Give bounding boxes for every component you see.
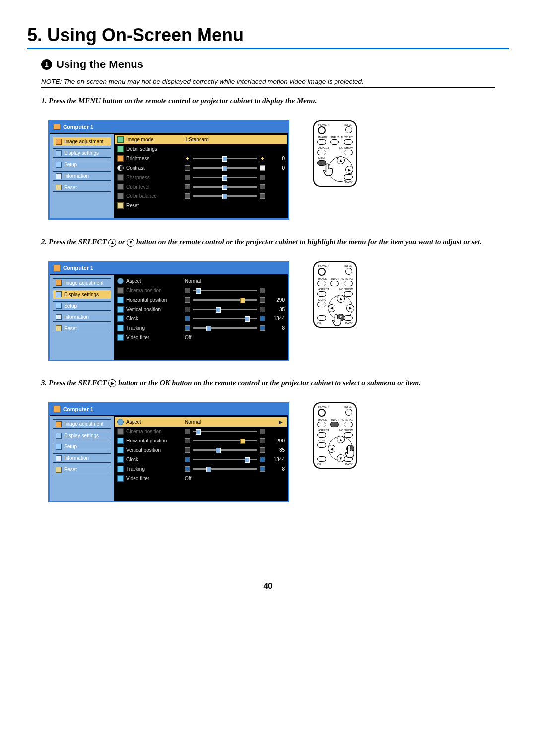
remote-up-button[interactable]: ▲ (337, 295, 345, 303)
remote-aspect-button[interactable] (317, 432, 326, 438)
remote-aspect-button[interactable] (317, 291, 326, 297)
row-vertical-position[interactable]: Vertical position 35 (115, 445, 287, 455)
sidebar-item-display-settings[interactable]: Display settings (53, 431, 111, 440)
remote-left-button[interactable]: ◀ (328, 445, 335, 453)
row-detail-settings[interactable]: Detail settings (115, 144, 287, 154)
remote-back-button[interactable] (344, 315, 353, 321)
vertical-slider[interactable] (193, 307, 257, 311)
row-clock[interactable]: Clock 1344 (115, 455, 287, 464)
remote-noshow-button[interactable] (344, 291, 353, 297)
row-image-mode[interactable]: Image mode 1:Standard (115, 135, 287, 144)
right-arrow-icon: ▶ (108, 379, 116, 387)
sidebar-item-information[interactable]: Information (53, 453, 111, 463)
remote-image-label: IMAGE (318, 277, 327, 280)
row-clock[interactable]: Clock 1344 (115, 314, 287, 323)
sidebar-item-image-adjustment[interactable]: Image adjustment (53, 137, 111, 146)
osd-main: Aspect Normal ▶ Cinema position Horizont… (114, 416, 288, 501)
remote-menu-button[interactable] (317, 302, 326, 307)
reset-icon (56, 185, 62, 190)
remote-input-button[interactable] (330, 139, 339, 145)
remote-autopc-button[interactable] (344, 139, 353, 145)
reset-row-icon (117, 202, 124, 209)
sharpness-slider (193, 176, 257, 180)
remote-input-button[interactable] (330, 422, 339, 427)
remote-menu-label: MENU (318, 298, 326, 301)
sidebar-label: Reset (64, 326, 77, 331)
sidebar-item-image-adjustment[interactable]: Image adjustment (53, 278, 111, 288)
sidebar-item-setup[interactable]: Setup (53, 442, 111, 451)
remote-image-button[interactable] (317, 422, 326, 427)
row-horizontal-position[interactable]: Horizontal position 290 (115, 436, 287, 445)
sharpness-low-icon (185, 175, 190, 180)
remote-up-button[interactable]: ▲ (337, 156, 345, 164)
remote-power-button[interactable] (318, 268, 326, 276)
row-horizontal-position[interactable]: Horizontal position 290 (115, 295, 287, 305)
remote-right-button[interactable]: ▶ (346, 304, 354, 312)
sidebar-label: Display settings (64, 292, 99, 297)
row-aspect[interactable]: Aspect Normal (115, 276, 287, 286)
row-video-filter[interactable]: Video filter Off (115, 333, 287, 342)
brightness-slider[interactable] (193, 157, 257, 161)
sidebar-item-information[interactable]: Information (53, 313, 111, 322)
submenu-arrow-icon: ▶ (279, 419, 285, 425)
row-vertical-position[interactable]: Vertical position 35 (115, 305, 287, 314)
remote-input-button[interactable] (330, 281, 339, 286)
clock-icon (117, 456, 124, 463)
sidebar-item-image-adjustment[interactable]: Image adjustment (53, 419, 111, 429)
contrast-slider[interactable] (193, 166, 257, 170)
sidebar-item-setup[interactable]: Setup (53, 301, 111, 311)
hand-pointer-icon (345, 445, 356, 460)
remote-autopc-button[interactable] (344, 281, 353, 286)
sidebar-item-reset[interactable]: Reset (53, 324, 111, 333)
osd-header-label: Computer 1 (63, 406, 93, 412)
remote-menu-button[interactable] (317, 442, 326, 448)
horizontal-slider[interactable] (193, 298, 257, 302)
remote-back-button[interactable] (344, 174, 353, 180)
remote-info-button[interactable] (345, 268, 352, 275)
sidebar-item-display-settings[interactable]: Display settings (53, 290, 111, 299)
remote-power-button[interactable] (318, 126, 326, 134)
row-aspect[interactable]: Aspect Normal ▶ (115, 417, 287, 427)
remote-ok-button[interactable] (317, 456, 326, 462)
tracking-slider[interactable] (193, 467, 257, 471)
remote-noshow-label: NO SHOW (339, 146, 353, 149)
sidebar-item-setup[interactable]: Setup (53, 160, 111, 169)
remote-image-button[interactable] (317, 281, 326, 286)
remote-up-button[interactable]: ▲ (337, 436, 345, 443)
sidebar-item-display-settings[interactable]: Display settings (53, 148, 111, 158)
information-icon (56, 314, 62, 320)
tracking-slider[interactable] (193, 326, 257, 330)
osd-header: Computer 1 (50, 404, 288, 416)
clock-slider[interactable] (193, 458, 257, 462)
row-reset[interactable]: Reset (115, 201, 287, 210)
sidebar-item-reset[interactable]: Reset (53, 465, 111, 474)
remote-image-button[interactable] (317, 139, 326, 145)
remote-info-button[interactable] (345, 409, 352, 416)
row-contrast[interactable]: Contrast 0 (115, 163, 287, 173)
remote-left-button[interactable]: ◀ (328, 304, 335, 312)
aspect-icon (117, 278, 124, 284)
clock-slider[interactable] (193, 316, 257, 320)
contrast-low-icon (185, 165, 190, 171)
remote-aspect-button[interactable] (317, 150, 326, 155)
sidebar-item-information[interactable]: Information (53, 171, 111, 181)
remote-power-button[interactable] (318, 409, 326, 417)
row-tracking[interactable]: Tracking 8 (115, 464, 287, 474)
row-brightness[interactable]: Brightness 0 (115, 154, 287, 163)
row-cinema-position: Cinema position (115, 286, 287, 295)
figure-2: Computer 1 Image adjustment Display sett… (48, 261, 509, 361)
remote-ok-button[interactable] (317, 315, 326, 321)
sidebar-item-reset[interactable]: Reset (53, 183, 111, 192)
remote-ok-label: OK (317, 463, 321, 466)
remote-info-button[interactable] (345, 126, 352, 133)
row-tracking[interactable]: Tracking 8 (115, 323, 287, 333)
row-video-filter[interactable]: Video filter Off (115, 474, 287, 483)
vertical-slider[interactable] (193, 448, 257, 452)
remote-right-button[interactable]: ▶ (345, 166, 353, 174)
remote-noshow-button[interactable] (344, 150, 353, 155)
cinema-position-icon (117, 287, 124, 294)
horizontal-position-icon (117, 297, 124, 303)
remote-autopc-button[interactable] (344, 422, 353, 427)
horizontal-slider[interactable] (193, 439, 257, 443)
remote-aspect-label: ASPECT (318, 146, 329, 149)
